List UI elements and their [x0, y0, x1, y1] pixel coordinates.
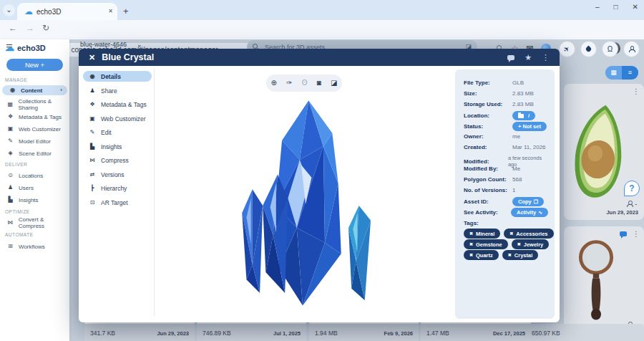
- background-image-icon[interactable]: [331, 80, 337, 87]
- list-view-button[interactable]: [622, 66, 638, 80]
- lighting-icon[interactable]: [302, 80, 308, 87]
- activity-button[interactable]: Activity: [511, 208, 548, 217]
- modal-tab-insights[interactable]: Insights: [83, 141, 152, 152]
- remove-tag-icon[interactable]: [469, 242, 473, 246]
- forward-button[interactable]: [26, 24, 34, 32]
- reload-button[interactable]: [42, 24, 49, 32]
- echo3d-logo[interactable]: echo3D: [5, 43, 46, 52]
- details-icon: [89, 74, 96, 80]
- window-maximize-button[interactable]: [614, 4, 618, 11]
- copy-icon: [534, 199, 538, 204]
- modal-menu-icon[interactable]: [542, 54, 550, 62]
- card-footer[interactable]: 650.97 KB: [526, 324, 644, 341]
- sidebar-item-model-editor[interactable]: Model Editor: [0, 136, 69, 146]
- card-menu-icon[interactable]: [633, 88, 640, 95]
- remove-tag-icon[interactable]: [517, 242, 521, 246]
- detail-row: Location: /: [464, 111, 548, 120]
- card-comment-icon[interactable]: [620, 231, 627, 236]
- project-selector[interactable]: blue-water-4646: [80, 41, 142, 48]
- sidebar-item-content[interactable]: Content: [2, 85, 67, 95]
- tag-chip[interactable]: Jewelry: [512, 239, 550, 249]
- account-button[interactable]: [623, 41, 640, 57]
- modified-by-value: Me: [512, 165, 520, 172]
- tag-chip[interactable]: Mineral: [464, 229, 500, 239]
- status-pill[interactable]: + Not set: [512, 122, 547, 131]
- asset-size: 1.94 MB: [315, 330, 338, 337]
- favorite-star-icon[interactable]: [525, 54, 532, 62]
- card-footer[interactable]: 746.89 KB Jul 1, 2025: [197, 324, 306, 341]
- modal-tab-compress[interactable]: Compress: [83, 155, 152, 165]
- modal-tab-edit[interactable]: Edit: [83, 127, 152, 138]
- compress-icon: [7, 220, 14, 226]
- comments-icon[interactable]: [507, 55, 514, 60]
- modal-tab-web-customizer[interactable]: Web Customizer: [83, 113, 152, 124]
- detail-row: Size: 2.83 MB: [464, 90, 548, 97]
- copy-asset-id-button[interactable]: Copy: [512, 197, 544, 206]
- window-controls: [595, 4, 638, 11]
- tag-chip[interactable]: Quartz: [464, 250, 499, 260]
- new-asset-button[interactable]: New +: [6, 59, 63, 71]
- view-toggle: [605, 66, 638, 80]
- crystal-3d-model[interactable]: [213, 95, 392, 317]
- credits-drop-button[interactable]: [580, 41, 597, 57]
- back-button[interactable]: [9, 24, 17, 32]
- asset-date: Dec 17, 2025: [493, 330, 525, 337]
- new-tab-button[interactable]: +: [123, 6, 129, 16]
- tag-chip[interactable]: Crystal: [502, 250, 538, 260]
- modal-tab-ar-target[interactable]: AR Target: [83, 197, 152, 208]
- card-footer[interactable]: 1.47 MB Dec 17, 2025: [421, 324, 531, 341]
- folder-icon: [518, 114, 524, 118]
- modal-tab-share[interactable]: Share: [83, 85, 152, 96]
- snapshot-icon[interactable]: [317, 80, 321, 87]
- card-menu-icon[interactable]: [633, 231, 640, 238]
- created-value: Mar 11, 2026: [512, 144, 546, 150]
- remove-tag-icon[interactable]: [509, 231, 513, 236]
- sidebar-item-insights[interactable]: Insights: [0, 195, 69, 205]
- asset-card-avocado[interactable]: - Jun 29, 2023: [564, 84, 644, 220]
- browser-toolbar: console.echo3d.com/#/pages/contentmanage…: [0, 20, 644, 39]
- window-minimize-button[interactable]: [595, 4, 600, 11]
- remove-tag-icon[interactable]: [469, 253, 473, 257]
- grid-view-button[interactable]: [605, 66, 622, 80]
- asset-size: 1.47 MB: [426, 330, 449, 337]
- asset-date: Feb 9, 2026: [384, 330, 413, 337]
- sidebar-item-scene-editor[interactable]: Scene Editor: [0, 148, 69, 158]
- help-button[interactable]: ?: [624, 181, 640, 196]
- ar-target-icon: [89, 200, 96, 206]
- hierarchy-icon: [89, 186, 96, 191]
- sidebar-item-convert-compress[interactable]: Convert & Compress: [0, 218, 69, 228]
- modal-tab-versions[interactable]: Versions: [83, 169, 152, 180]
- sidebar-item-collections-sharing[interactable]: Collections & Sharing: [0, 100, 69, 110]
- chart-icon: [7, 197, 14, 203]
- tag-chip[interactable]: Accessories: [504, 229, 553, 239]
- tag-chip[interactable]: Gemstone: [464, 239, 508, 249]
- tags-label: Tags:: [464, 220, 479, 226]
- modal-tab-details[interactable]: Details: [83, 71, 152, 82]
- asset-details-panel: File Type: GLB Size: 2.83 MB Storage Use…: [455, 69, 555, 319]
- card-footer[interactable]: 341.7 KB Jun 29, 2023: [84, 324, 195, 341]
- modal-tab-hierarchy[interactable]: Hierarchy: [83, 183, 152, 193]
- detail-row: Owner: me: [464, 133, 548, 140]
- header-quick-actions: [559, 41, 640, 57]
- detail-row: File Type: GLB: [464, 80, 548, 86]
- annotate-icon[interactable]: [286, 80, 292, 87]
- sidebar-item-metadata-tags[interactable]: Metadata & Tags: [0, 112, 69, 122]
- card-footer[interactable]: 1.94 MB Feb 9, 2026: [309, 324, 419, 341]
- whats-new-rocket-button[interactable]: [559, 41, 575, 57]
- sidebar-item-web-customizer[interactable]: Web Customizer: [0, 124, 69, 134]
- sidebar-item-locations[interactable]: Locations: [0, 170, 69, 181]
- recenter-icon[interactable]: [271, 80, 277, 87]
- detail-row: Storage Used: 2.83 MB: [464, 101, 548, 107]
- sidebar-item-users[interactable]: Users: [0, 183, 69, 193]
- modal-tab-metadata-tags[interactable]: Metadata & Tags: [83, 99, 152, 110]
- notifications-bell-button[interactable]: [602, 41, 618, 57]
- tab-close-icon[interactable]: [108, 9, 113, 14]
- sidebar-item-workflows[interactable]: Workflows: [0, 241, 69, 251]
- tab-list-chevron-icon[interactable]: [3, 4, 15, 16]
- remove-tag-icon[interactable]: [469, 231, 473, 236]
- remove-tag-icon[interactable]: [508, 253, 512, 257]
- browser-tab[interactable]: echo3D: [17, 3, 117, 20]
- modal-close-icon[interactable]: [89, 54, 95, 62]
- window-close-button[interactable]: [633, 4, 638, 11]
- location-pill[interactable]: /: [512, 111, 535, 120]
